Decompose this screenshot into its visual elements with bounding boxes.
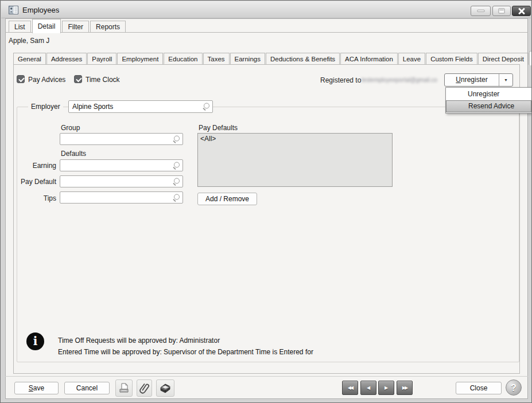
help-button[interactable]: ? xyxy=(506,379,522,396)
employer-input[interactable] xyxy=(68,100,213,113)
print-button[interactable] xyxy=(115,379,133,397)
tab-portal[interactable]: Portal xyxy=(529,51,532,65)
employee-name: Apple, Sam J xyxy=(9,37,49,45)
search-icon[interactable] xyxy=(203,103,210,111)
tab-education[interactable]: Education xyxy=(164,53,202,65)
search-icon[interactable] xyxy=(173,178,180,185)
footer-divider xyxy=(5,376,528,377)
time-clock-label: Time Clock xyxy=(86,76,120,84)
close-window-button[interactable] xyxy=(512,6,531,16)
unregister-menu: Unregister Resend Advice xyxy=(445,87,532,114)
maximize-icon xyxy=(499,9,505,14)
previous-record-icon: ◀ xyxy=(367,385,370,390)
tab-addresses[interactable]: Addresses xyxy=(46,53,87,65)
defaults-label: Defaults xyxy=(61,150,86,158)
menu-item-resend-advice[interactable]: Resend Advice xyxy=(446,100,531,112)
add-remove-button[interactable]: Add / Remove xyxy=(197,193,257,205)
unregister-button[interactable]: Unregister xyxy=(445,74,499,86)
search-icon[interactable] xyxy=(173,194,180,201)
group-field[interactable] xyxy=(60,133,183,145)
unregister-split-button[interactable]: Unregister ▼ xyxy=(444,73,513,87)
tab-direct-deposit[interactable]: Direct Deposit xyxy=(478,53,529,65)
nav-first-button[interactable]: ◀◀ xyxy=(342,381,358,395)
chevron-down-icon: ▼ xyxy=(504,78,508,82)
close-button[interactable]: Close xyxy=(456,382,502,394)
pay-defaults-label: Pay Defaults xyxy=(199,124,238,132)
time-clock-checkbox[interactable] xyxy=(74,75,82,83)
tab-aca-information[interactable]: ACA Information xyxy=(340,53,398,65)
minimize-button[interactable] xyxy=(471,6,491,16)
group-label: Group xyxy=(61,124,80,132)
title-bar: Employees xyxy=(1,1,531,18)
tab-reports[interactable]: Reports xyxy=(90,21,126,33)
group-input[interactable] xyxy=(60,133,183,145)
save-button[interactable]: Save xyxy=(14,382,59,394)
attachment-button[interactable] xyxy=(137,379,152,397)
detail-tab-strip: General Addresses Payroll Employment Edu… xyxy=(13,51,532,65)
tips-input[interactable] xyxy=(60,191,183,204)
menu-item-unregister[interactable]: Unregister xyxy=(446,88,531,100)
notes-button[interactable] xyxy=(156,379,174,397)
employer-label: Employer xyxy=(28,103,63,111)
next-record-icon: ▶ xyxy=(385,385,388,390)
close-icon xyxy=(518,7,526,15)
pay-default-field[interactable] xyxy=(60,175,183,187)
tips-field[interactable] xyxy=(60,191,183,204)
first-record-icon: ◀◀ xyxy=(348,385,352,390)
earning-label: Earning xyxy=(11,162,56,170)
cancel-button[interactable]: Cancel xyxy=(64,382,110,394)
search-icon[interactable] xyxy=(173,135,180,143)
minimize-icon xyxy=(477,10,484,12)
tab-general[interactable]: General xyxy=(13,53,46,65)
info-icon: i xyxy=(26,332,44,350)
tab-deductions-benefits[interactable]: Deductions & Benefits xyxy=(266,53,340,65)
employer-field[interactable] xyxy=(68,100,213,113)
tab-list[interactable]: List xyxy=(9,21,31,33)
employees-window: Employees List Detail Filter Reports App… xyxy=(0,0,532,403)
nav-next-button[interactable]: ▶ xyxy=(378,381,394,395)
info-line-2: Entered Time will be approved by: Superv… xyxy=(58,348,313,356)
pay-advices-label: Pay Advices xyxy=(28,76,65,84)
tab-earnings[interactable]: Earnings xyxy=(230,53,265,65)
last-record-icon: ▶▶ xyxy=(402,385,407,390)
book-icon xyxy=(159,382,172,394)
tab-custom-fields[interactable]: Custom Fields xyxy=(426,53,477,65)
tab-payroll[interactable]: Payroll xyxy=(87,53,117,65)
tab-taxes[interactable]: Taxes xyxy=(203,53,230,65)
nav-last-button[interactable]: ▶▶ xyxy=(397,381,413,395)
pay-advices-checkbox[interactable] xyxy=(17,75,25,83)
printer-icon xyxy=(118,382,130,394)
registered-email: testemployeeportal@gmail.com xyxy=(362,77,437,85)
tips-label: Tips xyxy=(11,194,56,202)
info-line-1: Time Off Requests will be approved by: A… xyxy=(58,337,220,345)
tab-filter[interactable]: Filter xyxy=(62,21,89,33)
window-title: Employees xyxy=(22,6,59,14)
nav-previous-button[interactable]: ◀ xyxy=(360,381,376,395)
maximize-button[interactable] xyxy=(492,6,511,16)
earning-input[interactable] xyxy=(60,159,183,171)
tab-detail[interactable]: Detail xyxy=(32,19,61,33)
tab-employment[interactable]: Employment xyxy=(117,53,163,65)
earning-field[interactable] xyxy=(60,159,183,171)
tab-leave[interactable]: Leave xyxy=(398,53,425,65)
list-item[interactable]: <All> xyxy=(200,135,390,143)
pay-defaults-listbox[interactable]: <All> xyxy=(197,133,393,187)
primary-tab-strip: List Detail Filter Reports xyxy=(9,19,127,33)
paperclip-icon xyxy=(139,382,150,394)
pay-default-label: Pay Default xyxy=(11,178,56,186)
unregister-dropdown-button[interactable]: ▼ xyxy=(499,74,512,86)
pay-default-input[interactable] xyxy=(60,175,183,187)
search-icon[interactable] xyxy=(173,162,180,169)
registered-to-label: Registered to xyxy=(320,76,361,84)
employees-app-icon xyxy=(9,6,18,14)
